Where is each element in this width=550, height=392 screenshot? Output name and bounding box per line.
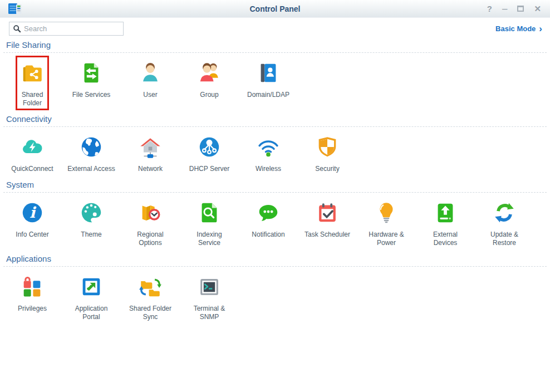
task-scheduler-icon — [315, 200, 340, 226]
item-label: Info Center — [16, 231, 48, 239]
basic-mode-link[interactable]: Basic Mode › — [495, 24, 542, 33]
section-title-file-sharing: File Sharing — [0, 37, 550, 52]
maximize-button[interactable] — [517, 6, 524, 12]
section-applications: Applications Privileges — [0, 251, 550, 325]
shared-folder-sync-icon — [138, 274, 163, 300]
item-label: Network — [138, 165, 163, 173]
item-notification[interactable]: Notification — [239, 195, 298, 242]
item-label: Group — [200, 91, 218, 99]
basic-mode-label: Basic Mode — [495, 24, 536, 33]
item-application-portal[interactable]: Application Portal — [62, 270, 121, 324]
applications-row: Privileges Application Portal — [0, 267, 550, 325]
item-group[interactable]: Group — [180, 56, 239, 102]
section-connectivity: Connectivity QuickConnect — [0, 111, 550, 177]
item-terminal-snmp[interactable]: Terminal & SNMP — [180, 270, 239, 324]
item-label: Task Scheduler — [305, 231, 350, 239]
item-label: Wireless — [256, 165, 281, 173]
item-domain-ldap[interactable]: Domain/LDAP — [239, 56, 298, 102]
item-info-center[interactable]: i Info Center — [3, 195, 62, 242]
item-quickconnect[interactable]: QuickConnect — [3, 130, 62, 176]
group-icon — [197, 60, 222, 86]
section-title-system: System — [0, 177, 550, 192]
minimize-button[interactable]: – — [502, 4, 507, 13]
item-label: Update & Restore — [490, 231, 518, 247]
item-privileges[interactable]: Privileges — [3, 270, 62, 316]
item-label: Notification — [252, 231, 284, 239]
wireless-icon — [256, 134, 281, 160]
section-file-sharing: File Sharing — [0, 37, 550, 111]
terminal-snmp-icon — [197, 274, 222, 300]
dhcp-server-icon — [197, 134, 222, 160]
item-label: Domain/LDAP — [247, 91, 289, 99]
item-label: Hardware & Power — [369, 231, 404, 247]
titlebar: Control Panel ? – ✕ — [0, 0, 550, 18]
item-label: Regional Options — [137, 231, 163, 247]
item-label: Application Portal — [75, 305, 108, 321]
item-shared-folder-sync[interactable]: Shared Folder Sync — [121, 270, 180, 324]
chevron-right-icon: › — [539, 25, 542, 32]
search-box[interactable] — [9, 22, 124, 36]
item-label: Privileges — [18, 305, 47, 313]
item-hardware-power[interactable]: Hardware & Power — [357, 195, 416, 250]
regional-options-icon — [138, 200, 163, 226]
network-icon — [138, 134, 163, 160]
external-access-icon — [78, 134, 104, 160]
item-label: User — [143, 91, 157, 99]
item-security[interactable]: Security — [298, 130, 357, 176]
update-restore-icon — [492, 200, 517, 226]
info-center-icon: i — [19, 200, 45, 226]
item-external-access[interactable]: External Access — [62, 130, 121, 176]
item-label: Indexing Service — [197, 231, 222, 247]
item-update-restore[interactable]: Update & Restore — [475, 195, 534, 250]
item-file-services[interactable]: File Services — [62, 56, 121, 102]
item-label: File Services — [72, 91, 111, 99]
search-input[interactable] — [24, 24, 120, 33]
item-shared-folder[interactable]: Shared Folder — [3, 56, 62, 110]
item-label: QuickConnect — [11, 165, 53, 173]
item-label: Security — [315, 165, 339, 173]
item-label: DHCP Server — [189, 165, 229, 173]
selection-highlight-box: Shared Folder — [16, 56, 49, 110]
file-services-icon — [78, 60, 104, 86]
file-sharing-row: Shared Folder File Services — [0, 53, 550, 111]
hardware-power-icon — [374, 200, 399, 226]
system-row: i Info Center Theme — [0, 193, 550, 251]
toolbar: Basic Mode › — [0, 18, 550, 37]
notification-icon — [256, 200, 281, 226]
item-wireless[interactable]: Wireless — [239, 130, 298, 176]
privileges-icon — [19, 274, 45, 300]
item-task-scheduler[interactable]: Task Scheduler — [298, 195, 357, 242]
item-user[interactable]: User — [121, 56, 180, 102]
item-label: Terminal & SNMP — [194, 305, 225, 321]
shared-folder-icon — [19, 60, 45, 86]
item-label: Theme — [81, 231, 101, 239]
item-dhcp-server[interactable]: DHCP Server — [180, 130, 239, 176]
domain-ldap-icon — [256, 60, 281, 86]
section-title-connectivity: Connectivity — [0, 111, 550, 126]
item-label: Shared Folder — [22, 91, 43, 107]
security-icon — [315, 134, 340, 160]
close-button[interactable]: ✕ — [534, 4, 541, 13]
section-system: System i Info Center — [0, 177, 550, 251]
item-theme[interactable]: Theme — [62, 195, 121, 242]
user-icon — [138, 60, 163, 86]
control-panel-app-icon — [8, 2, 22, 16]
item-network[interactable]: Network — [121, 130, 180, 176]
section-title-applications: Applications — [0, 251, 550, 266]
indexing-service-icon — [197, 200, 222, 226]
item-label: External Devices — [433, 231, 458, 247]
item-regional-options[interactable]: Regional Options — [121, 195, 180, 250]
item-external-devices[interactable]: External Devices — [416, 195, 475, 250]
connectivity-row: QuickConnect External Access — [0, 127, 550, 177]
application-portal-icon — [78, 274, 104, 300]
quickconnect-icon — [19, 134, 45, 160]
help-button[interactable]: ? — [487, 4, 492, 13]
external-devices-icon — [433, 200, 458, 226]
item-indexing-service[interactable]: Indexing Service — [180, 195, 239, 250]
window-title: Control Panel — [0, 4, 550, 13]
theme-icon — [78, 200, 104, 226]
search-icon — [13, 24, 21, 33]
item-label: External Access — [67, 165, 115, 173]
item-label: Shared Folder Sync — [129, 305, 171, 321]
